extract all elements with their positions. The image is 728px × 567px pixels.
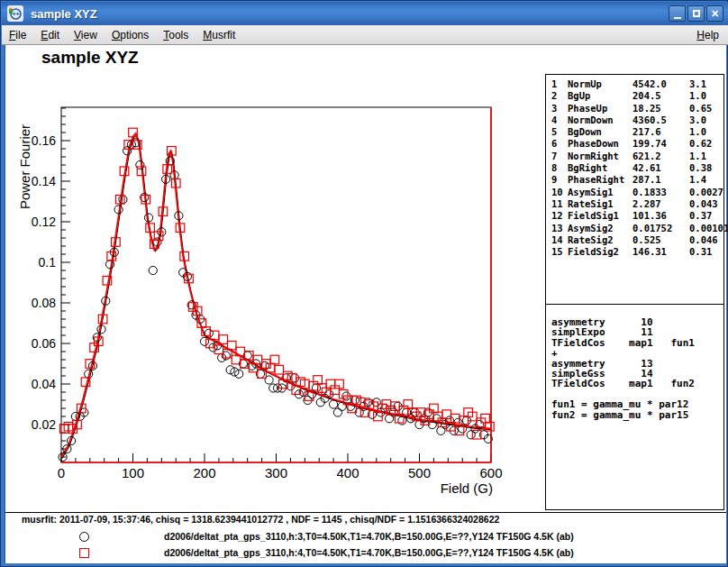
minimize-button[interactable] [669, 5, 686, 22]
param-row: 12FieldSig1101.360.37 [551, 210, 723, 222]
legend-row: d2006/deltat_pta_gps_3110,h:4,T0=4.50K,T… [5, 546, 726, 561]
y-axis-title: Power Fourier [17, 124, 32, 209]
svg-text:0: 0 [58, 465, 65, 480]
legend-circle-marker [79, 532, 89, 542]
titlebar[interactable]: ++ sample XYZ ✕ [2, 2, 728, 25]
svg-text:0.14: 0.14 [32, 174, 56, 188]
status-text: musrfit: 2011-07-09, 15:37:46, chisq = 1… [22, 514, 499, 525]
close-icon: ✕ [711, 8, 719, 20]
plot-svg[interactable]: 0.020.040.060.080.10.120.140.16010020030… [5, 45, 544, 514]
theory-line: fun2 = gamma_mu * par15 [551, 410, 723, 420]
svg-text:500: 500 [408, 465, 431, 480]
legend-row: d2006/deltat_pta_gps_3110,h:3,T0=4.50K,T… [5, 530, 726, 544]
fit-parameter-panel: 1NormUp4542.03.12BgUp204.51.03PhaseUp18.… [545, 74, 724, 305]
svg-text:200: 200 [193, 465, 215, 480]
svg-text:0.08: 0.08 [32, 296, 56, 310]
menu-musrfit[interactable]: Musrfit [196, 27, 242, 43]
param-row: 3PhaseUp18.250.65 [551, 103, 723, 114]
legend-square-marker [79, 548, 89, 558]
param-row: 2BgUp204.51.0 [551, 90, 723, 102]
maximize-button[interactable] [687, 5, 705, 22]
param-row: 5BgDown217.61.0 [551, 126, 723, 138]
svg-text:0.12: 0.12 [32, 215, 56, 229]
svg-text:0.04: 0.04 [32, 377, 56, 391]
minimize-icon [674, 10, 681, 19]
close-button[interactable]: ✕ [706, 5, 723, 22]
svg-text:0.1: 0.1 [39, 255, 57, 270]
svg-text:0.16: 0.16 [32, 133, 56, 148]
param-row: 6PhaseDown199.740.62 [551, 138, 723, 150]
theory-line: TFieldCos map1 fun2 [551, 379, 723, 389]
menubar: FileEditViewOptionsToolsMusrfit Help [2, 25, 728, 45]
maximize-icon [693, 10, 700, 17]
menu-edit[interactable]: Edit [33, 27, 67, 43]
svg-text:400: 400 [336, 465, 359, 480]
svg-text:0.06: 0.06 [32, 336, 56, 351]
svg-text:100: 100 [122, 465, 144, 480]
status-divider [5, 512, 726, 513]
window-title: sample XYZ [31, 7, 97, 21]
app-window: ++ sample XYZ ✕ FileEditViewOptionsTools… [0, 0, 728, 567]
param-row: 4NormDown4360.53.0 [551, 114, 723, 126]
menu-view[interactable]: View [67, 27, 105, 43]
svg-text:300: 300 [265, 465, 287, 480]
param-row: 14RateSig20.5250.046 [551, 234, 723, 246]
menu-tools[interactable]: Tools [156, 27, 196, 43]
svg-text:0.02: 0.02 [32, 417, 56, 432]
menu-file[interactable]: File [2, 27, 33, 43]
x-axis-title: Field (G) [441, 480, 493, 496]
svg-text:++: ++ [12, 11, 19, 17]
x-axis: 0100200300400500600 [58, 453, 503, 480]
canvas-area: sample XYZ 0.020.040.060.080.10.120.140.… [5, 45, 726, 563]
theory-line: + [551, 348, 723, 358]
y-axis: 0.020.040.060.080.10.120.140.16 [32, 108, 70, 457]
param-row: 7NormRight621.21.1 [551, 151, 723, 162]
menu-help[interactable]: Help [687, 27, 728, 43]
app-icon: ++ [7, 5, 23, 22]
theory-line: fun1 = gamma_mu * par12 [551, 399, 723, 409]
menubar-items: FileEditViewOptionsToolsMusrfit [2, 27, 242, 43]
svg-text:600: 600 [479, 465, 502, 480]
legend-label: d2006/deltat_pta_gps_3110,h:4,T0=4.50K,T… [164, 547, 574, 558]
root-logo-icon: ++ [8, 6, 23, 21]
theory-line: TFieldCos map1 fun1 [551, 338, 723, 348]
menu-options[interactable]: Options [105, 27, 156, 43]
legend-label: d2006/deltat_pta_gps_3110,h:3,T0=4.50K,T… [164, 531, 574, 542]
param-row: 15FieldSig2146.310.31 [551, 246, 723, 258]
param-row: 8BgRight42.610.38 [551, 162, 723, 174]
param-row: 10AsymSig10.18330.0027 [551, 187, 723, 198]
theory-panel: asymmetry 10simplExpo 11TFieldCos map1 f… [545, 304, 724, 510]
param-row: 11RateSig12.2870.043 [551, 198, 723, 210]
param-row: 1NormUp4542.03.1 [551, 78, 723, 90]
plot-frame [61, 107, 491, 462]
param-row: 13AsymSig20.017520.00101 [551, 223, 723, 234]
param-row: 9PhaseRight287.11.4 [551, 174, 723, 186]
